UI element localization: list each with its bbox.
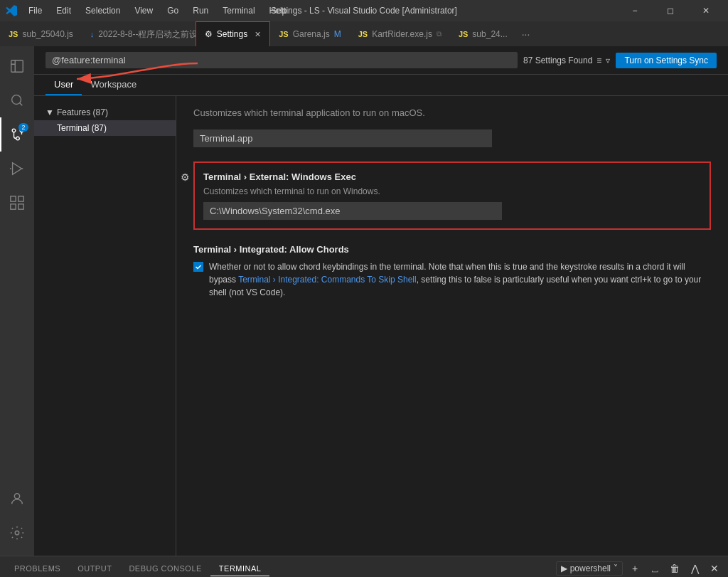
close-button[interactable]: ✕ — [690, 0, 722, 21]
output-tab[interactable]: OUTPUT — [69, 561, 120, 576]
source-control-icon[interactable]: 2 — [0, 117, 34, 152]
setting-macos: Customizes which terminal application to… — [193, 107, 711, 147]
funnel-icon[interactable]: ▿ — [606, 55, 610, 65]
delete-terminal-button[interactable]: 🗑 — [667, 561, 682, 576]
maximize-terminal-button[interactable]: ⋀ — [687, 561, 702, 576]
setting-windows-exec-title: Terminal › External: Windows Exec — [203, 171, 701, 182]
menu-terminal[interactable]: Terminal — [217, 4, 260, 17]
settings-search-input[interactable] — [52, 55, 511, 65]
setting-windows-exec-input[interactable] — [203, 202, 502, 220]
problems-tab[interactable]: PROBLEMS — [6, 561, 69, 576]
sync-button[interactable]: Turn on Settings Sync — [616, 53, 717, 68]
manage-icon[interactable] — [0, 516, 34, 550]
tab-sub24[interactable]: JS sub_24... — [450, 21, 516, 46]
menu-run[interactable]: Run — [187, 4, 214, 17]
svg-rect-1 — [11, 60, 23, 73]
account-icon[interactable] — [0, 482, 34, 516]
tab-label: sub_25040.js — [22, 29, 73, 39]
settings-content: ▼ Features (87) Terminal (87) Customizes… — [34, 96, 728, 556]
settings-main: Customizes which terminal application to… — [176, 96, 728, 556]
sidebar-item-terminal[interactable]: Terminal (87) — [34, 120, 176, 136]
search-input-container[interactable] — [46, 52, 518, 68]
section-label: Features (87) — [57, 107, 108, 117]
menu-selection[interactable]: Selection — [80, 4, 126, 17]
activity-bar-bottom — [0, 482, 34, 556]
setting-windows-exec: ⚙ Terminal › External: Windows Exec Cust… — [193, 162, 711, 230]
svg-rect-7 — [18, 196, 23, 201]
setting-macos-desc: Customizes which terminal application to… — [193, 107, 711, 118]
minimize-button[interactable]: − — [619, 0, 651, 21]
split-terminal-button[interactable]: ⎵ — [647, 561, 663, 576]
settings-count: 87 Settings Found ≡ ▿ — [523, 55, 610, 65]
setting-windows-exec-desc: Customizes which terminal to run on Wind… — [203, 186, 701, 196]
menu-view[interactable]: View — [129, 4, 159, 17]
allow-chords-desc: Whether or not to allow chord keybinding… — [209, 260, 711, 299]
shell-label: powershell — [570, 563, 611, 573]
workspace-tab[interactable]: Workspace — [82, 75, 145, 95]
menu-bar: File Edit Selection View Go Run Terminal… — [23, 4, 292, 17]
run-debug-icon[interactable] — [0, 152, 34, 186]
tab-sub25040[interactable]: JS sub_25040.js — [0, 21, 82, 46]
title-bar: File Edit Selection View Go Run Terminal… — [0, 0, 728, 21]
window-title: Settings - LS - Visual Studio Code [Admi… — [271, 6, 457, 16]
chevron-down-icon: ▼ — [46, 107, 54, 117]
settings-panel: 87 Settings Found ≡ ▿ Turn on Settings S… — [34, 46, 728, 556]
md-icon: ↓ — [90, 30, 95, 38]
shell-selector[interactable]: ▶ powershell ˅ — [556, 561, 623, 576]
explorer-icon[interactable] — [0, 49, 34, 83]
setting-macos-input[interactable] — [193, 129, 492, 147]
tab-label: KartRider.exe.js — [372, 29, 432, 39]
title-bar-left: File Edit Selection View Go Run Terminal… — [6, 4, 292, 17]
title-main: Windows Exec — [291, 171, 356, 182]
modified-indicator: M — [334, 29, 341, 39]
tab-bar: JS sub_25040.js ↓ 2022-8-8--程序启动之前设置区域.m… — [0, 21, 728, 46]
close-panel-button[interactable]: ✕ — [707, 561, 722, 576]
settings-sidebar: ▼ Features (87) Terminal (87) — [34, 96, 176, 556]
title-bar-controls: − ◻ ✕ — [619, 0, 722, 21]
terminal-controls: ▶ powershell ˅ + ⎵ 🗑 ⋀ ✕ — [556, 561, 722, 576]
commands-link[interactable]: Terminal › Integrated: Commands To Skip … — [238, 275, 417, 285]
menu-file[interactable]: File — [23, 4, 48, 17]
terminal-panel: PROBLEMS OUTPUT DEBUG CONSOLE TERMINAL ▶… — [0, 556, 728, 577]
svg-point-2 — [12, 95, 21, 105]
tab-garena[interactable]: JS Garena.js M — [270, 21, 350, 46]
menu-go[interactable]: Go — [161, 4, 184, 17]
sidebar-features-header[interactable]: ▼ Features (87) — [34, 105, 176, 120]
tab-label: Garena.js — [293, 29, 330, 39]
user-tab[interactable]: User — [46, 75, 82, 95]
new-terminal-button[interactable]: + — [627, 561, 643, 576]
terminal-tab[interactable]: TERMINAL — [210, 561, 270, 576]
tab-kartrider[interactable]: JS KartRider.exe.js ⧉ — [350, 21, 450, 46]
restore-button[interactable]: ◻ — [654, 0, 687, 21]
extensions-icon[interactable] — [0, 186, 34, 220]
js-icon: JS — [279, 30, 288, 38]
tab-overflow-button[interactable]: ··· — [516, 21, 536, 46]
svg-rect-9 — [18, 204, 23, 209]
allow-chords-row: Whether or not to allow chord keybinding… — [193, 260, 711, 299]
search-icon[interactable] — [0, 83, 34, 117]
copy-icon: ⧉ — [437, 30, 441, 38]
setting-gear-icon[interactable]: ⚙ — [181, 171, 190, 183]
setting-allow-chords: Terminal › Integrated: Allow Chords Whet… — [193, 244, 711, 299]
tab-settings[interactable]: ⚙ Settings ✕ — [196, 21, 270, 46]
svg-point-10 — [14, 494, 19, 499]
svg-rect-6 — [11, 196, 16, 201]
allow-chords-checkbox[interactable] — [193, 262, 203, 272]
menu-edit[interactable]: Edit — [50, 4, 77, 17]
main-layout: 2 — [0, 46, 728, 556]
allow-chords-title: Terminal › Integrated: Allow Chords — [193, 244, 711, 255]
tab-close-button[interactable]: ✕ — [255, 30, 261, 39]
svg-point-3 — [12, 129, 16, 132]
activity-bar: 2 — [0, 46, 34, 556]
svg-point-11 — [15, 531, 19, 535]
js-icon: JS — [459, 30, 468, 38]
filter-icon[interactable]: ≡ — [596, 55, 601, 65]
debug-console-tab[interactable]: DEBUG CONSOLE — [120, 561, 210, 576]
tab-label: sub_24... — [472, 29, 507, 39]
settings-search-bar: 87 Settings Found ≡ ▿ Turn on Settings S… — [34, 46, 728, 75]
svg-rect-8 — [11, 204, 16, 209]
terminal-tab-bar: PROBLEMS OUTPUT DEBUG CONSOLE TERMINAL ▶… — [0, 556, 728, 577]
tab-file2[interactable]: ↓ 2022-8-8--程序启动之前设置区域.md U — [82, 21, 196, 46]
gear-icon: ⚙ — [205, 29, 213, 39]
title-prefix: Terminal › External: — [203, 171, 291, 182]
